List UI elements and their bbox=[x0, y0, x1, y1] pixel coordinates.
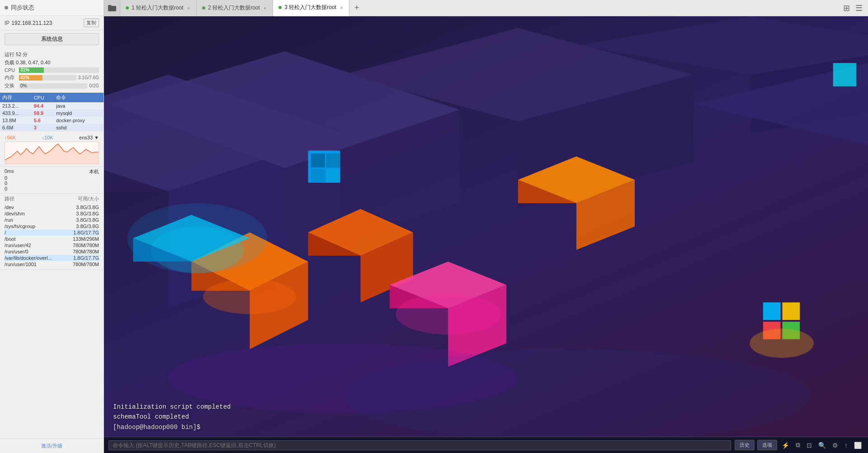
svg-marker-0 bbox=[5, 144, 99, 164]
copy-ip-button[interactable]: 复制 bbox=[84, 19, 99, 27]
tab-label: 2 轻松入门大数据root bbox=[208, 4, 260, 12]
table-row: 213.2... 94.4 java bbox=[0, 102, 104, 110]
network-graph bbox=[5, 142, 99, 164]
stats-section: 运行 52 分 负载 0.38, 0.47, 0.40 CPU 31% 内存 4… bbox=[0, 48, 104, 93]
disk-size: 780M/780M bbox=[63, 243, 99, 248]
system-info-button[interactable]: 系统信息 bbox=[5, 33, 99, 45]
disk-size: 3.8G/3.8G bbox=[63, 205, 99, 210]
network-header: ↑56K ↓10K ens33 ▼ bbox=[5, 135, 99, 140]
flash-icon[interactable]: ⚡ bbox=[780, 441, 791, 450]
list-item: /var/lib/docker/overl... 1.8G/17.7G bbox=[5, 255, 99, 261]
folder-icon[interactable] bbox=[104, 0, 120, 16]
tab-dot-icon bbox=[202, 6, 205, 10]
network-download: ↓10K bbox=[42, 135, 53, 140]
chevron-down-icon[interactable]: ▼ bbox=[94, 135, 99, 140]
disk-size: 1.8G/17.7G bbox=[63, 230, 99, 235]
svg-rect-28 bbox=[311, 153, 325, 167]
search-icon[interactable]: 🔍 bbox=[816, 441, 828, 450]
sidebar: 同步状态 IP 192.168.211.123 复制 系统信息 运行 52 分 … bbox=[0, 0, 104, 453]
sidebar-footer[interactable]: 激活/升级 bbox=[0, 439, 104, 453]
upload-icon[interactable]: ↑ bbox=[843, 441, 849, 450]
disk-path: /run bbox=[5, 217, 63, 223]
table-row: 6.6M 3 sshd bbox=[0, 124, 104, 131]
swap-label: 交换 bbox=[5, 82, 17, 89]
tab-close-icon[interactable]: × bbox=[263, 5, 267, 11]
terminal-prompt-line: [hadoop@hadoop000 bin]$ bbox=[113, 422, 859, 432]
latency-local-label: 本机 bbox=[89, 168, 99, 175]
proc-cmd: sshd bbox=[54, 124, 104, 131]
tab-close-icon[interactable]: × bbox=[339, 5, 344, 10]
latency-values: 0 0 0 bbox=[5, 175, 99, 191]
swap-used: 0/2G bbox=[89, 83, 99, 88]
disk-path: /run/user/0 bbox=[5, 249, 63, 254]
history-button[interactable]: 历史 bbox=[735, 440, 755, 450]
network-sparkline bbox=[5, 142, 99, 164]
proc-cpu: 59.9 bbox=[32, 110, 54, 117]
proc-mem: 6.6M bbox=[0, 124, 32, 131]
latency-val-1: 0 bbox=[5, 175, 99, 181]
tab-bar-right: ⊞ ☰ bbox=[841, 2, 868, 14]
command-input[interactable] bbox=[108, 440, 731, 450]
process-table-header: 内存 CPU 命令 bbox=[0, 93, 104, 102]
disk-path: /run/user/42 bbox=[5, 243, 63, 248]
tab-dot-icon bbox=[126, 6, 129, 10]
latency-ms-label: 0ms bbox=[5, 168, 14, 175]
latency-section: 0ms 本机 0 0 0 bbox=[0, 167, 104, 194]
load-label: 负载 0.38, 0.47, 0.40 bbox=[5, 59, 51, 66]
tab-2[interactable]: 2 轻松入门大数据root × bbox=[197, 0, 273, 16]
tab-label: 1 轻松入门大数据root bbox=[132, 4, 184, 12]
list-item: /run 3.8G/3.8G bbox=[5, 217, 99, 223]
disk-path: /dev bbox=[5, 205, 63, 210]
proc-cmd: mysqld bbox=[54, 110, 104, 117]
sync-status: 同步状态 bbox=[5, 4, 34, 12]
terminal-display-area: Initialization script completed schemaTo… bbox=[104, 16, 868, 437]
disk-rows: /dev 3.8G/3.8G/dev/shm 3.8G/3.8G/run 3.8… bbox=[5, 204, 99, 267]
terminal-output-area: Initialization script completed schemaTo… bbox=[104, 397, 868, 437]
disk-path: /boot bbox=[5, 236, 63, 242]
latency-val-3: 0 bbox=[5, 186, 99, 191]
table-row: 433.9... 59.9 mysqld bbox=[0, 110, 104, 117]
disk-size: 780M/780M bbox=[63, 249, 99, 254]
memory-percent-text: 41% bbox=[20, 75, 29, 81]
tab-bar: 1 轻松入门大数据root × 2 轻松入门大数据root × 3 轻松入门大数… bbox=[104, 0, 868, 16]
svg-point-22 bbox=[396, 294, 500, 334]
save-icon[interactable]: ⊡ bbox=[805, 441, 814, 450]
disk-size: 3.8G/3.8G bbox=[63, 224, 99, 229]
memory-row: 内存 41% 3.1G/7.6G bbox=[5, 74, 99, 81]
disk-table-header: 路径 可用/大小 bbox=[5, 196, 99, 202]
process-table-section: 内存 CPU 命令 213.2... 94.4 java433.9... 59.… bbox=[0, 93, 104, 133]
ip-label: IP bbox=[5, 20, 9, 26]
cpu-label: CPU bbox=[5, 67, 17, 73]
process-table: 内存 CPU 命令 213.2... 94.4 java433.9... 59.… bbox=[0, 93, 104, 131]
tab-3[interactable]: 3 轻松入门大数据root × bbox=[273, 0, 349, 16]
list-item: / 1.8G/17.7G bbox=[5, 229, 99, 236]
grid-view-button[interactable]: ⊞ bbox=[841, 2, 852, 14]
proc-cpu: 3 bbox=[32, 124, 54, 131]
folder-svg bbox=[108, 5, 116, 11]
tab-label: 3 轻松入门大数据root bbox=[284, 4, 336, 11]
uptime-row: 运行 52 分 bbox=[5, 51, 99, 58]
cpu-row: CPU 31% bbox=[5, 67, 99, 73]
expand-icon[interactable]: ⬜ bbox=[852, 441, 863, 450]
disk-path: /dev/shm bbox=[5, 211, 63, 216]
tabs-container: 1 轻松入门大数据root × 2 轻松入门大数据root × 3 轻松入门大数… bbox=[120, 0, 349, 16]
new-tab-button[interactable]: + bbox=[349, 1, 364, 15]
list-item: /run/user/0 780M/780M bbox=[5, 248, 99, 255]
proc-mem: 433.9... bbox=[0, 110, 32, 117]
svg-rect-41 bbox=[833, 63, 857, 86]
list-view-button[interactable]: ☰ bbox=[854, 2, 864, 14]
latency-val-2: 0 bbox=[5, 181, 99, 186]
tab-close-icon[interactable]: × bbox=[186, 5, 191, 11]
tab-1[interactable]: 1 轻松入门大数据root × bbox=[120, 0, 197, 16]
list-item: /boot 133M/296M bbox=[5, 236, 99, 242]
swap-row: 交换 0% 0/2G bbox=[5, 82, 99, 89]
table-row: 13.8M 5.6 docker-proxy bbox=[0, 117, 104, 124]
col-cpu: CPU bbox=[32, 93, 54, 102]
terminal-line-1: Initialization script completed bbox=[113, 402, 859, 412]
proc-cmd: java bbox=[54, 102, 104, 110]
disk-col-path: 路径 bbox=[5, 196, 14, 202]
options-button[interactable]: 选项 bbox=[757, 440, 777, 450]
copy-screen-icon[interactable]: ⧉ bbox=[794, 440, 802, 450]
sidebar-header: 同步状态 bbox=[0, 0, 104, 16]
settings-icon[interactable]: ⚙ bbox=[830, 441, 840, 450]
